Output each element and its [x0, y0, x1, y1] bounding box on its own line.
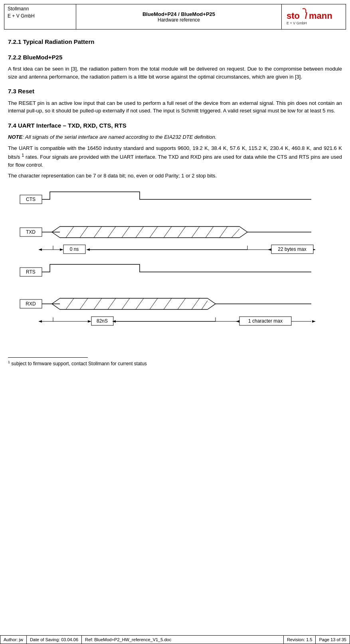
svg-text:sto: sto	[287, 11, 300, 21]
svg-marker-30	[38, 248, 42, 251]
time-label: 82nS	[97, 318, 108, 324]
section-73-body: The RESET pin is an active low input tha…	[8, 99, 342, 115]
svg-line-57	[164, 298, 172, 309]
footnote-text: subject to firmware support, contact Sto…	[10, 361, 147, 366]
footer-ref: Ref: BlueMod+P2_HW_reference_V1_5.doc	[82, 636, 284, 644]
svg-line-49	[208, 304, 216, 309]
section-74: 7.4 UART Interface – TXD, RXD, CTS, RTS …	[8, 121, 342, 180]
page-footer: Author: jw Date of Saving: 03.04.06 Ref:…	[0, 635, 350, 644]
svg-line-23	[206, 226, 214, 238]
company-name-2: E + V GmbH	[8, 13, 73, 19]
svg-line-9	[52, 226, 60, 232]
section-722: 7.2.2 BlueMod+P25 A first idea can be se…	[8, 53, 342, 81]
rxd-label: RXD	[26, 301, 36, 307]
footnote-separator	[8, 357, 88, 358]
svg-line-12	[239, 232, 247, 238]
footer-author: Author: jw	[0, 636, 27, 644]
svg-line-15	[94, 226, 102, 238]
rts-label: RTS	[26, 269, 36, 275]
char-label: 1 character max	[248, 318, 283, 324]
svg-line-10	[52, 232, 60, 238]
section-74-note: NOTE: All signals of the serial interfac…	[8, 133, 342, 141]
company-logo: sto / mann E + V GmbH	[282, 4, 346, 29]
svg-line-59	[192, 298, 200, 309]
note-rest-text: : All signals of the serial interface ar…	[22, 134, 217, 140]
svg-text:E + V GmbH: E + V GmbH	[287, 21, 307, 25]
svg-line-22	[192, 226, 200, 238]
section-74-body2: The character representation can be 7 or…	[8, 172, 342, 180]
svg-line-16	[108, 226, 116, 238]
svg-marker-65	[88, 320, 91, 323]
uart-timing-diagram: CTS TXD	[8, 188, 342, 350]
svg-line-25	[231, 229, 239, 238]
svg-line-18	[136, 226, 144, 238]
section-721-title: 7.2.1 Typical Radiation Pattern	[8, 37, 342, 47]
section-73-title: 7.3 Reset	[8, 87, 342, 96]
svg-marker-72	[312, 320, 316, 323]
svg-line-21	[178, 226, 186, 238]
svg-line-20	[164, 226, 172, 238]
section-74-title: 7.4 UART Interface – TXD, RXD, CTS, RTS	[8, 121, 342, 130]
svg-line-53	[108, 298, 116, 309]
section-74-body1: The UART is compatible with the 16450 in…	[8, 144, 342, 169]
product-title: BlueMod+P24 / BlueMod+P25	[142, 11, 215, 17]
svg-line-55	[136, 298, 144, 309]
footer-revision: Revision: 1.5	[284, 636, 316, 644]
section-721: 7.2.1 Typical Radiation Pattern	[8, 37, 342, 47]
svg-marker-34	[86, 248, 90, 251]
svg-marker-64	[38, 320, 42, 323]
svg-line-58	[178, 298, 186, 309]
delay-label: 0 ns	[70, 246, 79, 252]
svg-marker-31	[60, 248, 63, 251]
footnote-section: 1 subject to firmware support, contact S…	[8, 360, 342, 366]
section-722-body: A first idea can be seen in [3], the rad…	[8, 65, 342, 81]
svg-line-14	[80, 226, 88, 238]
svg-line-50	[66, 298, 74, 309]
svg-line-60	[202, 301, 208, 309]
svg-line-47	[52, 304, 60, 309]
svg-line-13	[66, 226, 74, 238]
main-content: 7.2.1 Typical Radiation Pattern 7.2.2 Bl…	[8, 37, 342, 349]
section-722-title: 7.2.2 BlueMod+P25	[8, 53, 342, 62]
footer-page: Page 13 of 35	[316, 636, 350, 644]
bytes-label: 22 bytes max	[278, 246, 306, 252]
svg-line-24	[219, 226, 227, 238]
header-company: Stollmann E + V GmbH	[4, 4, 76, 29]
doc-type: Hardware reference	[158, 17, 200, 23]
company-name-1: Stollmann	[8, 6, 73, 12]
stollmann-logo-svg: sto / mann E + V GmbH	[286, 7, 342, 27]
section-73: 7.3 Reset The RESET pin is an active low…	[8, 87, 342, 115]
page-header: Stollmann E + V GmbH BlueMod+P24 / BlueM…	[4, 4, 346, 30]
txd-label: TXD	[26, 229, 36, 235]
svg-line-56	[150, 298, 158, 309]
svg-line-54	[122, 298, 130, 309]
header-doc-info: BlueMod+P24 / BlueMod+P25 Hardware refer…	[76, 4, 282, 29]
footer-date: Date of Saving: 03.04.06	[27, 636, 82, 644]
svg-line-46	[52, 298, 60, 304]
svg-line-52	[94, 298, 102, 309]
timing-diagram-svg: CTS TXD	[8, 188, 335, 347]
svg-line-11	[239, 226, 247, 232]
svg-line-17	[122, 226, 130, 238]
svg-line-48	[208, 298, 216, 304]
note-bold-text: NOTE	[8, 134, 22, 140]
svg-line-51	[80, 298, 88, 309]
cts-label: CTS	[26, 197, 36, 202]
svg-text:mann: mann	[309, 11, 332, 21]
svg-line-19	[150, 226, 158, 238]
